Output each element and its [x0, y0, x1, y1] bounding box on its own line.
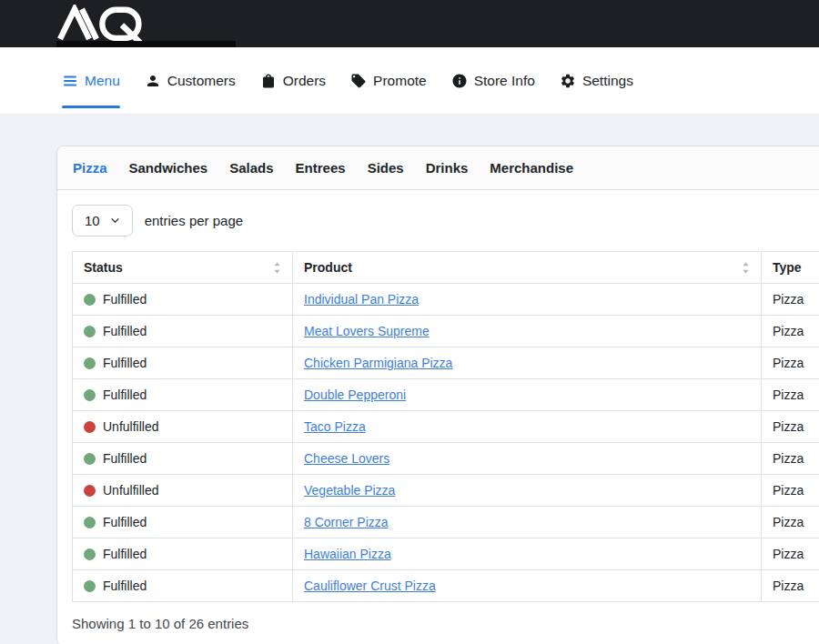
- table-header-row: Status Product Type: [73, 252, 819, 284]
- entries-per-page-select[interactable]: 10: [72, 205, 133, 236]
- status-label: Unfulfilled: [103, 419, 158, 434]
- status-dot-icon: [84, 485, 96, 497]
- type-cell: Pizza: [762, 284, 819, 316]
- table-row: Unfulfilled Vegetable Pizza Pizza: [73, 475, 819, 507]
- product-cell: Cauliflower Crust Pizza: [293, 570, 762, 602]
- table-row: Fulfilled Cheese Lovers Pizza: [73, 443, 819, 475]
- product-cell: Chicken Parmigiana Pizza: [293, 347, 762, 379]
- status-label: Fulfilled: [103, 515, 147, 529]
- status-cell: Fulfilled: [73, 316, 293, 347]
- entries-per-page-label: entries per page: [145, 213, 243, 228]
- nav-item-settings[interactable]: Settings: [560, 47, 633, 114]
- main-nav: Menu Customers Orders Promote Store Info…: [0, 47, 819, 114]
- promote-icon: [350, 73, 367, 89]
- sort-icon: [273, 262, 281, 274]
- status-cell: Unfulfilled: [73, 475, 293, 507]
- top-brand-bar: [0, 0, 819, 47]
- status-dot-icon: [84, 357, 96, 369]
- product-cell: Cheese Lovers: [293, 443, 762, 475]
- column-header-label: Product: [304, 260, 352, 275]
- status-cell: Fulfilled: [73, 284, 293, 316]
- chevron-down-icon: [110, 213, 120, 228]
- customers-icon: [145, 73, 161, 89]
- entries-summary: Showing 1 to 10 of 26 entries: [72, 616, 819, 631]
- status-dot-icon: [84, 421, 96, 433]
- product-cell: Vegetable Pizza: [293, 475, 762, 507]
- nav-item-label: Settings: [582, 73, 633, 89]
- products-table: Status Product Type Fulfilled Individual…: [72, 251, 819, 602]
- store-info-icon: [451, 73, 468, 89]
- table-row: Fulfilled Double Pepperoni Pizza: [73, 379, 819, 411]
- table-row: Fulfilled Hawaiian Pizza Pizza: [73, 538, 819, 570]
- nav-item-label: Menu: [85, 73, 120, 89]
- status-cell: Unfulfilled: [73, 411, 293, 443]
- card-body: 10 entries per page Status Product Type …: [57, 190, 819, 644]
- status-cell: Fulfilled: [73, 347, 293, 379]
- nav-item-customers[interactable]: Customers: [145, 47, 236, 114]
- status-dot-icon: [84, 294, 96, 306]
- status-cell: Fulfilled: [73, 443, 293, 475]
- tab-sides[interactable]: Sides: [368, 160, 404, 176]
- type-cell: Pizza: [762, 507, 819, 538]
- sort-icon: [742, 262, 750, 274]
- nav-item-orders[interactable]: Orders: [260, 47, 326, 114]
- product-link[interactable]: Double Pepperoni: [304, 387, 406, 402]
- table-body: Fulfilled Individual Pan Pizza Pizza Ful…: [73, 284, 819, 602]
- product-link[interactable]: Vegetable Pizza: [304, 483, 395, 498]
- tab-drinks[interactable]: Drinks: [426, 160, 469, 176]
- brand-logo: [56, 5, 144, 43]
- nav-item-store-info[interactable]: Store Info: [451, 47, 535, 114]
- status-label: Fulfilled: [103, 324, 147, 338]
- product-cell: Individual Pan Pizza: [293, 284, 762, 316]
- column-header-label: Status: [84, 260, 123, 275]
- column-header-product[interactable]: Product: [293, 252, 762, 284]
- type-cell: Pizza: [762, 570, 819, 602]
- status-dot-icon: [84, 548, 96, 560]
- status-label: Fulfilled: [103, 547, 147, 561]
- tab-pizza[interactable]: Pizza: [73, 160, 107, 176]
- type-cell: Pizza: [762, 475, 819, 507]
- status-dot-icon: [84, 326, 96, 337]
- product-link[interactable]: Taco Pizza: [304, 419, 366, 434]
- status-label: Fulfilled: [103, 387, 147, 402]
- nav-item-label: Store Info: [474, 73, 535, 89]
- product-link[interactable]: Chicken Parmigiana Pizza: [304, 356, 452, 370]
- column-header-type[interactable]: Type: [762, 252, 819, 284]
- product-link[interactable]: Cauliflower Crust Pizza: [304, 579, 436, 593]
- nav-item-label: Customers: [167, 73, 236, 89]
- status-dot-icon: [84, 580, 96, 592]
- status-label: Fulfilled: [103, 292, 147, 307]
- status-cell: Fulfilled: [73, 538, 293, 570]
- table-row: Fulfilled Individual Pan Pizza Pizza: [73, 284, 819, 316]
- status-label: Fulfilled: [103, 579, 147, 593]
- nav-item-menu[interactable]: Menu: [62, 47, 120, 114]
- product-cell: 8 Corner Pizza: [293, 507, 762, 538]
- logo-underline-bar: [56, 41, 236, 47]
- settings-icon: [560, 73, 576, 89]
- tab-entrees[interactable]: Entrees: [296, 160, 346, 176]
- tab-sandwiches[interactable]: Sandwiches: [129, 160, 208, 176]
- type-cell: Pizza: [762, 316, 819, 347]
- status-label: Fulfilled: [103, 451, 147, 466]
- status-cell: Fulfilled: [73, 379, 293, 411]
- product-link[interactable]: Individual Pan Pizza: [304, 292, 419, 307]
- product-link[interactable]: Meat Lovers Supreme: [304, 324, 430, 338]
- table-row: Fulfilled Cauliflower Crust Pizza Pizza: [73, 570, 819, 602]
- status-cell: Fulfilled: [73, 570, 293, 602]
- column-header-label: Type: [773, 260, 802, 275]
- status-dot-icon: [84, 517, 96, 528]
- entries-per-page-row: 10 entries per page: [72, 205, 819, 236]
- column-header-status[interactable]: Status: [73, 252, 293, 284]
- product-link[interactable]: Hawaiian Pizza: [304, 547, 391, 561]
- category-tabs: PizzaSandwichesSaladsEntreesSidesDrinksM…: [57, 146, 819, 190]
- product-link[interactable]: 8 Corner Pizza: [304, 515, 389, 529]
- product-cell: Meat Lovers Supreme: [293, 316, 762, 347]
- product-link[interactable]: Cheese Lovers: [304, 451, 389, 466]
- status-cell: Fulfilled: [73, 507, 293, 538]
- tab-salads[interactable]: Salads: [229, 160, 273, 176]
- nav-item-promote[interactable]: Promote: [350, 47, 427, 114]
- menu-card: PizzaSandwichesSaladsEntreesSidesDrinksM…: [56, 146, 819, 644]
- tab-merchandise[interactable]: Merchandise: [490, 160, 573, 176]
- orders-icon: [260, 73, 277, 89]
- status-dot-icon: [84, 389, 96, 401]
